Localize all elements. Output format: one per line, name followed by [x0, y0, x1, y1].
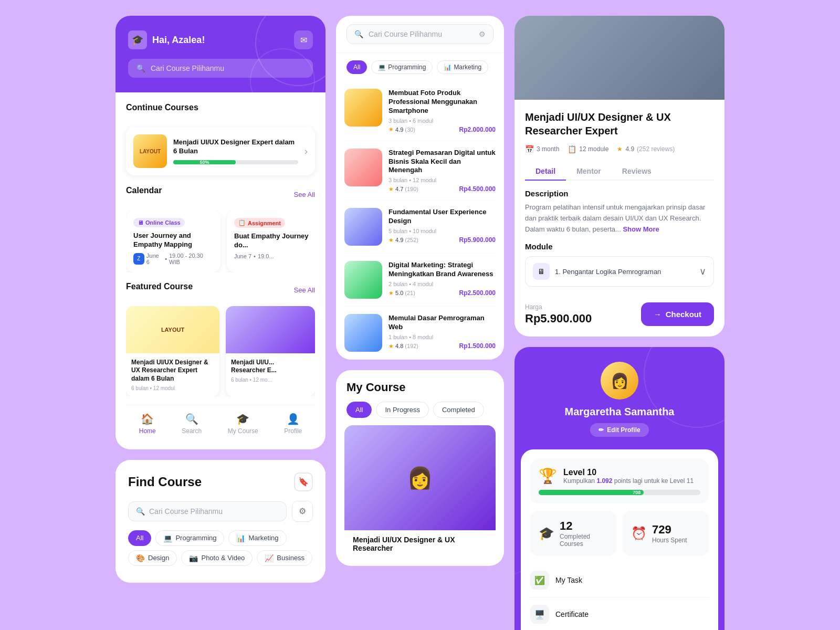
featured-see-all[interactable]: See All — [294, 286, 315, 294]
programming-label: Programming — [175, 534, 216, 542]
design-label: Design — [148, 554, 169, 562]
nav-home-label: Home — [139, 427, 156, 435]
task-icon: ✅ — [530, 571, 549, 590]
course-search-placeholder: Cari Course Pilihanmu — [369, 30, 442, 38]
show-more-link[interactable]: Show More — [623, 225, 659, 233]
checkout-button[interactable]: → Checkout — [641, 302, 714, 326]
calendar-item-2[interactable]: 📋 Assignment Buat Empathy Journey do... … — [227, 210, 315, 272]
nav-my-course[interactable]: 🎓 My Course — [228, 413, 258, 435]
module-icon: 📋 — [568, 145, 576, 153]
course-item-1[interactable]: Membuat Foto Produk Professional Menggun… — [344, 81, 496, 141]
course-5-info: Memulai Dasar Pemrograman Web 1 bulan • … — [388, 314, 496, 352]
course-3-rating: ★ 4.9 (252) — [388, 237, 418, 244]
edit-profile-button[interactable]: ✏ Edit Profile — [590, 423, 648, 437]
nav-profile[interactable]: 👤 Profile — [284, 413, 302, 435]
featured-course-1-title: Menjadi UI/UX Designer & UX Researcher E… — [131, 359, 214, 383]
calendar-see-all[interactable]: See All — [294, 191, 315, 198]
continue-course-title: Menjadi UI/UX Designer Expert dalam 6 Bu… — [173, 138, 298, 156]
course-items: Membuat Foto Produk Professional Menggun… — [336, 81, 504, 360]
list-cat-marketing[interactable]: 📊 Marketing — [437, 60, 488, 74]
detail-title: Menjadi UI/UX Designer & UX Researcher E… — [525, 110, 714, 138]
nav-home[interactable]: 🏠 Home — [139, 413, 156, 435]
bottom-nav: 🏠 Home 🔍 Search 🎓 My Course 👤 Profile — [126, 405, 315, 439]
mc-tab-all[interactable]: All — [346, 402, 372, 418]
menu-certificate[interactable]: 🖥️ Certificate — [530, 597, 709, 630]
home-body: Continue Courses LAYOUT Menjadi UI/UX De… — [116, 92, 326, 449]
description-label: Description — [525, 189, 714, 198]
filter-button[interactable]: ⚙ — [292, 501, 313, 522]
course-item-4[interactable]: Digital Marketing: Strategi Meningkatkan… — [344, 254, 496, 307]
level-points: 1.092 — [596, 477, 612, 485]
cat-tab-programming[interactable]: 💻 Programming — [155, 530, 224, 546]
level-info: Level 10 Kumpulkan 1.092 points lagi unt… — [563, 468, 694, 485]
course-list-search[interactable]: 🔍 Cari Course Pilihanmu ⚙ — [346, 24, 494, 44]
cat-tab-all[interactable]: All — [128, 530, 151, 546]
level-progress-value: 708 — [633, 490, 640, 495]
filter-sliders-icon[interactable]: ⚙ — [479, 30, 486, 38]
course-3-thumb — [344, 208, 382, 246]
find-search-placeholder: Cari Course Pilihanmu — [149, 507, 223, 516]
detail-image — [514, 16, 724, 100]
course-item-5[interactable]: Memulai Dasar Pemrograman Web 1 bulan • … — [344, 307, 496, 360]
course-3-info: Fundamental User Experience Design 5 bul… — [388, 208, 496, 246]
tab-reviews[interactable]: Reviews — [612, 163, 662, 180]
mc-tab-completed[interactable]: Completed — [433, 402, 484, 418]
column-1: 🎓 Hai, Azalea! ✉ 🔍 Cari Course Pilihanmu… — [116, 16, 326, 583]
nav-search[interactable]: 🔍 Search — [182, 413, 202, 435]
course-2-thumb — [344, 149, 382, 186]
course-item-3[interactable]: Fundamental User Experience Design 5 bul… — [344, 201, 496, 254]
cat-tab-business[interactable]: 📈 Business — [257, 550, 312, 566]
menu-my-task[interactable]: ✅ My Task — [530, 563, 709, 597]
profile-avatar: 👩 — [601, 362, 638, 400]
stat-clock-icon: ⏰ — [631, 526, 647, 541]
star-detail-icon: ★ — [617, 145, 623, 153]
stats-row: 🎓 12 Completed Courses ⏰ 729 Hours Spent — [530, 511, 709, 556]
stat-hours-number: 729 — [652, 523, 687, 537]
bookmark-icon[interactable]: 🔖 — [294, 472, 313, 491]
list-cat-all-label: All — [353, 64, 360, 71]
price-label: Harga — [525, 303, 592, 311]
list-cat-programming[interactable]: 💻 Programming — [371, 60, 433, 74]
module-section-label: Module — [525, 242, 714, 251]
home-search-placeholder: Cari Course Pilihanmu — [151, 64, 224, 72]
cat-tab-marketing[interactable]: 📊 Marketing — [228, 530, 286, 546]
level-card: 🏆 Level 10 Kumpulkan 1.092 points lagi u… — [530, 459, 709, 503]
course-4-meta: 2 bulan • 4 modul — [388, 281, 496, 287]
my-course-item[interactable]: 👩 Menjadi UI/UX Designer & UX Researcher — [344, 425, 496, 558]
nav-mycourse-label: My Course — [228, 427, 258, 435]
cat-tab-design[interactable]: 🎨 Design — [128, 550, 177, 566]
course-item-2[interactable]: Strategi Pemasaran Digital untuk Bisnis … — [344, 141, 496, 201]
list-cat-all[interactable]: All — [346, 60, 367, 74]
course-3-meta: 5 bulan • 10 modul — [388, 228, 496, 234]
stat-course-icon: 🎓 — [539, 526, 554, 541]
tab-mentor[interactable]: Mentor — [566, 163, 612, 180]
mc-tab-inprogress[interactable]: In Progress — [376, 402, 428, 418]
find-search-input[interactable]: 🔍 Cari Course Pilihanmu — [128, 501, 287, 521]
mail-icon[interactable]: ✉ — [294, 30, 313, 49]
continue-course-card[interactable]: LAYOUT Menjadi UI/UX Designer Expert dal… — [126, 127, 315, 175]
home-header: 🎓 Hai, Azalea! ✉ 🔍 Cari Course Pilihanmu — [116, 16, 326, 92]
course-1-price: Rp2.000.000 — [459, 126, 496, 133]
home-search-bar[interactable]: 🔍 Cari Course Pilihanmu — [128, 59, 313, 78]
chevron-right-icon: › — [304, 146, 308, 157]
calendar-item-1[interactable]: 🖥 Online Class User Journey and Empathy … — [126, 210, 220, 272]
tab-detail[interactable]: Detail — [525, 163, 566, 181]
module-selector[interactable]: 🖥 1. Pengantar Logika Pemrograman ∨ — [525, 256, 714, 287]
featured-item-2[interactable]: Menjadi UI/U... Researcher E... 6 bulan … — [226, 306, 315, 396]
featured-item-1[interactable]: LAYOUT Menjadi UI/UX Designer & UX Resea… — [126, 306, 219, 396]
featured-thumb-2 — [226, 306, 315, 353]
find-course-title: Find Course — [128, 475, 202, 489]
module-select-icon: 🖥 — [533, 263, 550, 280]
continue-course-image: LAYOUT — [133, 134, 167, 168]
description-text: Program pelatihan intensif untuk mengaja… — [525, 202, 714, 235]
my-course-header: My Course All In Progress Completed — [336, 370, 504, 425]
course-2-meta: 3 bulan • 12 modul — [388, 177, 496, 183]
level-subtitle: Kumpulkan 1.092 points lagi untuk ke Lev… — [563, 477, 694, 485]
course-4-info: Digital Marketing: Strategi Meningkatkan… — [388, 261, 496, 299]
cat-tab-photo[interactable]: 📷 Photo & Video — [181, 550, 253, 566]
course-4-price: Rp2.500.000 — [459, 289, 496, 297]
cal-event-2-title: Buat Empathy Journey do... — [234, 232, 314, 250]
my-course-item-title: Menjadi UI/UX Designer & UX Researcher — [344, 530, 496, 558]
course-3-price: Rp5.900.000 — [459, 236, 496, 244]
course-1-meta: 3 bulan • 6 modul — [388, 118, 496, 124]
